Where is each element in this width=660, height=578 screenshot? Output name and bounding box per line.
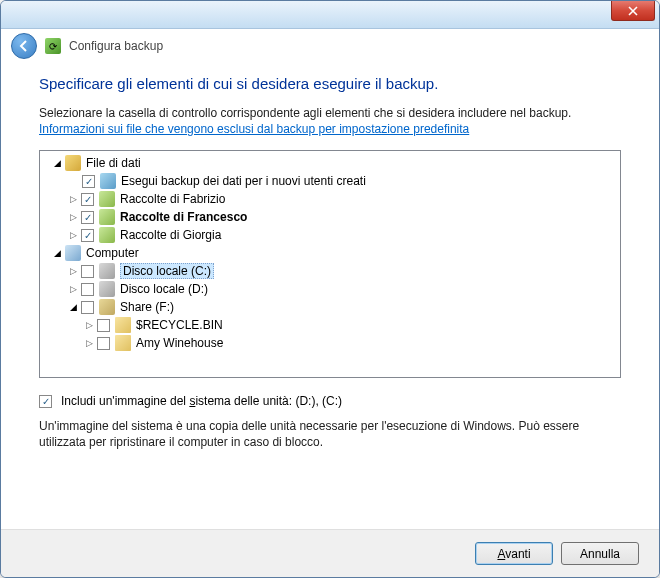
system-image-label: Includi un'immagine del sistema delle un… <box>61 394 342 408</box>
drive-icon <box>99 263 115 279</box>
checkbox[interactable] <box>82 175 95 188</box>
tree-label: Raccolte di Giorgia <box>120 228 221 242</box>
checkbox[interactable] <box>81 301 94 314</box>
tree-node-amy[interactable]: ▷ Amy Winehouse <box>40 334 620 352</box>
tree-label: Amy Winehouse <box>136 336 223 350</box>
system-image-option[interactable]: Includi un'immagine del sistema delle un… <box>39 394 621 408</box>
help-link[interactable]: Informazioni sui file che vengono esclus… <box>39 122 469 136</box>
next-button[interactable]: Avanti <box>475 542 553 565</box>
expand-toggle[interactable]: ◢ <box>52 158 63 169</box>
collection-icon <box>99 191 115 207</box>
checkbox[interactable] <box>81 193 94 206</box>
tree-label: File di dati <box>86 156 141 170</box>
drive-icon <box>99 281 115 297</box>
page-description: Selezionare la casella di controllo corr… <box>39 106 621 120</box>
tree-label: Disco locale (C:) <box>120 263 214 279</box>
expand-toggle[interactable]: ▷ <box>68 266 79 277</box>
tree-node-fabrizio[interactable]: ▷ Raccolte di Fabrizio <box>40 190 620 208</box>
back-button[interactable] <box>11 33 37 59</box>
collection-icon <box>99 209 115 225</box>
folder-icon <box>115 335 131 351</box>
checkbox[interactable] <box>97 319 110 332</box>
tree-node-computer[interactable]: ◢ Computer <box>40 244 620 262</box>
checkbox[interactable] <box>81 283 94 296</box>
tree-label: Disco locale (D:) <box>120 282 208 296</box>
share-drive-icon <box>99 299 115 315</box>
tree-label: Raccolte di Fabrizio <box>120 192 225 206</box>
user-icon <box>100 173 116 189</box>
expand-toggle[interactable]: ▷ <box>84 338 95 349</box>
footer: Avanti Annulla <box>1 529 659 577</box>
tree-node-recycle[interactable]: ▷ $RECYCLE.BIN <box>40 316 620 334</box>
expand-toggle[interactable]: ◢ <box>68 302 79 313</box>
content-area: Specificare gli elementi di cui si desid… <box>1 63 659 450</box>
wizard-window: ⟳ Configura backup Specificare gli eleme… <box>0 0 660 578</box>
tree-node-disco-d[interactable]: ▷ Disco locale (D:) <box>40 280 620 298</box>
header-bar: ⟳ Configura backup <box>1 29 659 63</box>
checkbox[interactable] <box>81 211 94 224</box>
page-heading: Specificare gli elementi di cui si desid… <box>39 75 621 92</box>
expand-toggle[interactable]: ▷ <box>68 284 79 295</box>
tree-node-file-di-dati[interactable]: ◢ File di dati <box>40 154 620 172</box>
checkbox-system-image[interactable] <box>39 395 52 408</box>
system-image-description: Un'immagine del sistema è una copia dell… <box>39 418 621 450</box>
expand-toggle[interactable]: ◢ <box>52 248 63 259</box>
expand-toggle[interactable]: ▷ <box>68 212 79 223</box>
backup-tree[interactable]: ◢ File di dati Esegui backup dei dati pe… <box>39 150 621 378</box>
expand-toggle[interactable]: ▷ <box>84 320 95 331</box>
tree-node-share-f[interactable]: ◢ Share (F:) <box>40 298 620 316</box>
checkbox[interactable] <box>97 337 110 350</box>
titlebar <box>1 1 659 29</box>
tree-label: Share (F:) <box>120 300 174 314</box>
backup-icon: ⟳ <box>45 38 61 54</box>
tree-node-nuovi-utenti[interactable]: Esegui backup dei dati per i nuovi utent… <box>40 172 620 190</box>
tree-node-francesco[interactable]: ▷ Raccolte di Francesco <box>40 208 620 226</box>
tree-label: Raccolte di Francesco <box>120 210 247 224</box>
close-button[interactable] <box>611 1 655 21</box>
tree-node-disco-c[interactable]: ▷ Disco locale (C:) <box>40 262 620 280</box>
tree-label: $RECYCLE.BIN <box>136 318 223 332</box>
tree-label: Computer <box>86 246 139 260</box>
cancel-button[interactable]: Annulla <box>561 542 639 565</box>
collection-icon <box>99 227 115 243</box>
computer-icon <box>65 245 81 261</box>
expand-toggle[interactable]: ▷ <box>68 230 79 241</box>
header-title: Configura backup <box>69 39 163 53</box>
checkbox[interactable] <box>81 265 94 278</box>
folder-icon <box>115 317 131 333</box>
users-icon <box>65 155 81 171</box>
tree-node-giorgia[interactable]: ▷ Raccolte di Giorgia <box>40 226 620 244</box>
expand-toggle[interactable]: ▷ <box>68 194 79 205</box>
checkbox[interactable] <box>81 229 94 242</box>
tree-label: Esegui backup dei dati per i nuovi utent… <box>121 174 366 188</box>
